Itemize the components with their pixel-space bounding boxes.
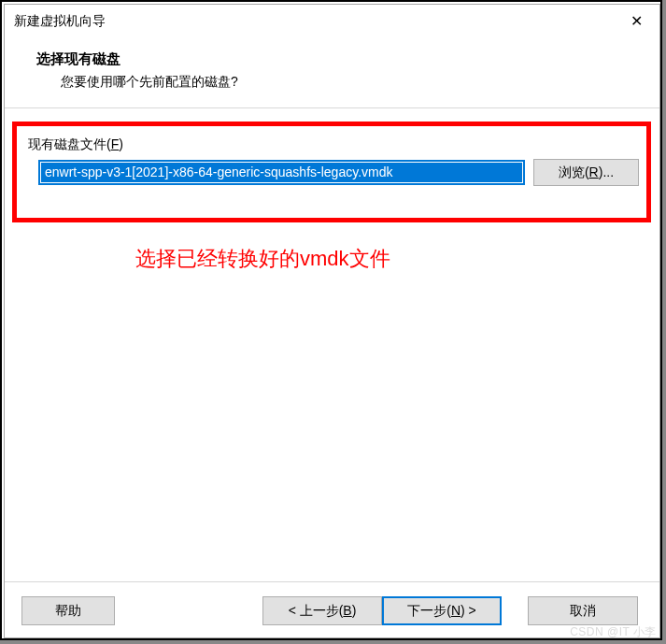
- window-title: 新建虚拟机向导: [14, 13, 613, 30]
- disk-file-value: enwrt-spp-v3-1[2021]-x86-64-generic-squa…: [41, 163, 522, 182]
- annotation-text: 选择已经转换好的vmdk文件: [135, 245, 390, 273]
- wizard-body: 现有磁盘文件(F) enwrt-spp-v3-1[2021]-x86-64-ge…: [5, 108, 659, 594]
- titlebar: 新建虚拟机向导 ✕: [5, 5, 659, 37]
- next-button[interactable]: 下一步(N) >: [382, 596, 502, 625]
- wizard-banner: 选择现有磁盘 您要使用哪个先前配置的磁盘?: [5, 37, 659, 108]
- wizard-dialog: 新建虚拟机向导 ✕ 选择现有磁盘 您要使用哪个先前配置的磁盘? 现有磁盘文件(F…: [4, 4, 660, 638]
- banner-heading: 选择现有磁盘: [36, 50, 659, 68]
- cancel-button[interactable]: 取消: [528, 596, 638, 625]
- back-button[interactable]: < 上一步(B): [262, 596, 382, 625]
- button-row: 帮助 < 上一步(B) 下一步(N) > 取消: [5, 581, 659, 637]
- banner-subtext: 您要使用哪个先前配置的磁盘?: [61, 74, 659, 91]
- browse-button[interactable]: 浏览(R)...: [533, 159, 639, 186]
- watermark: CSDN @IT 小李: [570, 624, 657, 640]
- disk-file-label: 现有磁盘文件(F): [28, 136, 123, 153]
- disk-file-input[interactable]: enwrt-spp-v3-1[2021]-x86-64-generic-squa…: [38, 160, 525, 185]
- help-button[interactable]: 帮助: [21, 596, 115, 625]
- close-icon[interactable]: ✕: [613, 6, 659, 37]
